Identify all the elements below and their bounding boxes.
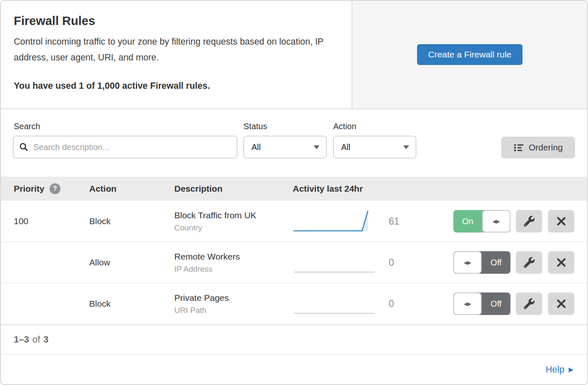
column-description: Description [174,184,293,194]
activity-cell: 61 [293,209,453,233]
rule-description-cell: Remote Workers IP Address [174,252,293,274]
rule-enabled-toggle[interactable]: ◂▸ Off [453,292,510,315]
rule-description-cell: Block Traffic from UK Country [174,210,293,232]
delete-rule-button[interactable] [548,292,574,315]
column-action: Action [89,184,174,194]
table-row: Block Private Pages URI Path 0 ◂▸ Off [1,283,587,325]
wrench-icon [524,257,535,268]
toggle-cell: ◂▸ Off [453,292,516,315]
delete-rule-button[interactable] [548,251,574,274]
rule-priority: 100 [14,216,89,226]
rule-action: Block [89,299,174,309]
action-label: Action [333,122,357,131]
chevron-down-icon [314,145,319,149]
header-section: Firewall Rules Control incoming traffic … [1,1,587,109]
rule-description: Block Traffic from UK [174,210,293,220]
activity-sparkline-chart [293,250,376,275]
column-activity: Activity last 24hr [293,184,453,194]
activity-sparkline-chart [293,292,376,316]
activity-sparkline-chart [293,209,376,233]
close-icon [556,216,566,226]
usage-summary: You have used 1 of 1,000 active Firewall… [14,81,338,91]
table-row: Allow Remote Workers IP Address 0 ◂▸ Off [1,242,587,283]
help-link[interactable]: Help ▶ [545,364,573,375]
ordering-button[interactable]: Ordering [501,137,575,158]
rule-action: Block [89,216,174,226]
priority-header-label: Priority [14,184,45,194]
help-question-icon[interactable]: ? [50,183,60,194]
create-firewall-rule-button[interactable]: Create a Firewall rule [417,44,523,65]
search-box[interactable] [13,136,237,158]
edit-rule-button[interactable] [516,292,542,315]
toggle-off-label: Off [482,292,510,315]
search-label: Search [14,122,40,131]
toggle-knob-arrows-icon[interactable]: ◂▸ [453,251,482,274]
close-icon [556,299,566,309]
wrench-icon [524,216,535,227]
rule-enabled-toggle[interactable]: On ◂▸ [453,210,510,232]
pagination-bar: 1–3 of 3 [1,325,587,354]
wrench-icon [524,298,535,309]
rule-description: Private Pages [174,293,293,303]
help-bar: Help ▶ [1,354,587,384]
chevron-down-icon [403,145,409,149]
activity-cell: 0 [293,250,453,275]
action-selected-value: All [341,142,350,152]
rule-match-type: Country [174,223,293,232]
search-icon [19,142,28,152]
edit-rule-button[interactable] [516,251,542,274]
table-row: 100 Block Block Traffic from UK Country … [1,201,587,242]
column-priority: Priority ? [14,183,89,194]
page-description: Control incoming traffic to your zone by… [14,34,333,65]
filter-bar: Search Status All Action All [1,109,587,177]
activity-count: 0 [389,298,394,310]
help-link-label: Help [545,364,564,375]
ordering-button-label: Ordering [529,142,563,152]
header-action-area: Create a Firewall rule [352,1,587,108]
edit-rule-button[interactable] [516,210,542,232]
toggle-knob-arrows-icon[interactable]: ◂▸ [453,292,482,315]
rule-match-type: IP Address [174,265,293,274]
rule-description-cell: Private Pages URI Path [174,293,293,315]
status-label: Status [244,122,267,131]
page-title: Firewall Rules [14,14,338,28]
rule-match-type: URI Path [174,306,293,315]
action-select[interactable]: All [333,136,416,158]
header-card: Firewall Rules Control incoming traffic … [1,1,352,108]
toggle-knob-arrows-icon[interactable]: ◂▸ [482,210,510,232]
activity-cell: 0 [293,292,453,316]
toggle-cell: ◂▸ Off [453,251,516,274]
toggle-on-label: On [453,210,482,232]
delete-rule-button[interactable] [548,210,574,232]
status-selected-value: All [251,142,261,152]
close-icon [556,258,566,268]
rule-description: Remote Workers [174,252,293,262]
pagination-of-label: of [33,334,40,345]
status-select[interactable]: All [244,136,327,158]
rule-action: Allow [89,258,174,268]
pagination-total: 3 [43,334,48,345]
search-input[interactable] [33,142,231,152]
help-arrow-icon: ▶ [568,366,573,372]
ordering-list-icon [514,142,524,152]
rule-enabled-toggle[interactable]: ◂▸ Off [453,251,510,274]
table-header-row: Priority ? Action Description Activity l… [1,177,587,201]
toggle-off-label: Off [482,251,510,274]
pagination-range: 1–3 [14,334,29,345]
toggle-cell: On ◂▸ [453,210,516,232]
firewall-rules-panel: Firewall Rules Control incoming traffic … [0,0,588,385]
activity-count: 61 [389,216,400,227]
activity-count: 0 [389,257,394,268]
